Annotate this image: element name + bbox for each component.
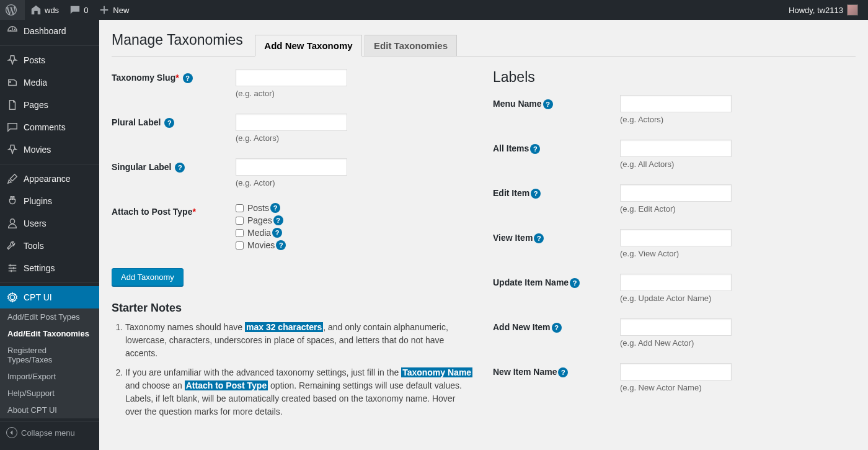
- add-taxonomy-button[interactable]: Add Taxonomy: [112, 268, 184, 286]
- hint-text: (e.g. Actors): [620, 115, 856, 124]
- plus-icon: [98, 4, 110, 16]
- sidebar-item-label: Pages: [24, 100, 48, 110]
- taxonomy-slug-input[interactable]: [236, 69, 347, 86]
- tab-edit-taxonomies[interactable]: Edit Taxonomies: [365, 35, 457, 56]
- checkbox-row: Media ?: [236, 228, 474, 238]
- all-items-input[interactable]: [620, 140, 732, 157]
- collapse-menu-button[interactable]: Collapse menu: [0, 421, 99, 443]
- menu-name-input[interactable]: [620, 95, 732, 112]
- sliders-icon: [6, 262, 19, 274]
- new-content-menu[interactable]: New: [93, 0, 134, 20]
- hint-text: (e.g. New Actor Name): [620, 383, 856, 392]
- sidebar-item-settings[interactable]: Settings: [0, 257, 99, 279]
- heading-row: Manage Taxonomies Add New TaxonomyEdit T…: [112, 26, 856, 56]
- submenu-item[interactable]: Add/Edit Taxonomies: [0, 325, 99, 342]
- label-text: Attach to Post Type: [112, 207, 192, 217]
- submenu-item[interactable]: Import/Export: [0, 368, 99, 385]
- help-icon[interactable]: ?: [570, 278, 580, 288]
- field-add-new-item: Add New Item?(e.g. Add New Actor): [493, 318, 856, 348]
- label-text: View Item: [493, 233, 533, 243]
- sidebar-item-cpt-ui[interactable]: CPT UI: [0, 286, 99, 308]
- label-text: Plural Label: [112, 117, 161, 127]
- help-icon[interactable]: ?: [270, 203, 280, 213]
- pin-icon: [6, 54, 19, 66]
- sidebar-item-media[interactable]: Media: [0, 71, 99, 94]
- help-icon[interactable]: ?: [543, 99, 553, 109]
- sidebar-item-movies[interactable]: Movies: [0, 138, 99, 161]
- label-text: Edit Item: [493, 188, 529, 198]
- field-attach-post-type: Attach to Post Type* Posts ? Pages ? Med…: [112, 203, 474, 253]
- starter-notes-heading: Starter Notes: [112, 302, 474, 315]
- my-account-menu[interactable]: Howdy, tw2113: [784, 0, 863, 20]
- attach-checkbox-movies[interactable]: [236, 241, 244, 250]
- comments-menu[interactable]: 0: [64, 0, 93, 20]
- gear-icon: [6, 291, 19, 304]
- hint-text: (e.g. All Actors): [620, 160, 856, 169]
- sidebar-item-label: CPT UI: [24, 292, 52, 302]
- user-icon: [6, 217, 19, 230]
- sidebar-item-label: Appearance: [24, 174, 71, 184]
- edit-item-input[interactable]: [620, 184, 732, 202]
- help-icon[interactable]: ?: [276, 240, 286, 250]
- submenu-item[interactable]: Registered Types/Taxes: [0, 342, 99, 368]
- list-item: If you are unfamiliar with the advanced …: [125, 366, 474, 418]
- sidebar-item-users[interactable]: Users: [0, 212, 99, 235]
- admin-sidebar: DashboardPostsMediaPagesCommentsMoviesAp…: [0, 20, 99, 449]
- help-icon[interactable]: ?: [175, 163, 185, 173]
- help-icon[interactable]: ?: [531, 189, 541, 199]
- checkbox-label: Media: [247, 228, 271, 238]
- submenu-item[interactable]: Help/Support: [0, 385, 99, 402]
- attach-checkbox-media[interactable]: [236, 229, 244, 237]
- admin-bar-right: Howdy, tw2113: [784, 0, 863, 20]
- help-icon[interactable]: ?: [183, 73, 193, 83]
- new-content-label: New: [113, 6, 129, 15]
- hint-text: (e.g. Edit Actor): [620, 204, 856, 214]
- avatar: [847, 4, 858, 16]
- sidebar-item-dashboard[interactable]: Dashboard: [0, 20, 99, 42]
- hint-text: (e.g. Actor): [236, 178, 474, 187]
- add-new-item-input[interactable]: [620, 318, 732, 336]
- help-icon[interactable]: ?: [272, 228, 282, 238]
- attach-checkbox-pages[interactable]: [236, 217, 244, 225]
- help-icon[interactable]: ?: [530, 144, 540, 154]
- sidebar-item-tools[interactable]: Tools: [0, 235, 99, 257]
- sidebar-item-plugins[interactable]: Plugins: [0, 190, 99, 212]
- field-new-item-name: New Item Name?(e.g. New Actor Name): [493, 363, 856, 392]
- collapse-menu-label: Collapse menu: [21, 428, 75, 438]
- help-icon[interactable]: ?: [534, 233, 544, 243]
- label-text: New Item Name: [493, 367, 557, 377]
- plural-label-input[interactable]: [236, 114, 347, 131]
- sidebar-item-label: Tools: [24, 241, 44, 251]
- tab-add-new-taxonomy[interactable]: Add New Taxonomy: [255, 35, 361, 56]
- help-icon[interactable]: ?: [552, 323, 562, 333]
- help-icon[interactable]: ?: [273, 215, 283, 225]
- submenu-item[interactable]: About CPT UI: [0, 402, 99, 418]
- label-text: Singular Label: [112, 162, 171, 172]
- attach-checkbox-posts[interactable]: [236, 204, 244, 212]
- pin-icon: [6, 143, 19, 156]
- update-item-name-input[interactable]: [620, 274, 732, 291]
- help-icon[interactable]: ?: [558, 367, 568, 377]
- starter-notes-list: Taxonomy names should have max 32 charac…: [112, 321, 474, 418]
- submenu-item[interactable]: Add/Edit Post Types: [0, 308, 99, 325]
- view-item-input[interactable]: [620, 229, 732, 246]
- greeting-text: Howdy, tw2113: [789, 6, 843, 15]
- checkbox-row: Movies ?: [236, 240, 474, 250]
- singular-label-input[interactable]: [236, 158, 347, 176]
- field-all-items: All Items?(e.g. All Actors): [493, 140, 856, 169]
- sidebar-item-label: Plugins: [24, 196, 52, 206]
- highlight: max 32 characters: [245, 322, 323, 332]
- help-icon[interactable]: ?: [164, 118, 174, 128]
- brush-icon: [6, 173, 19, 185]
- sidebar-item-pages[interactable]: Pages: [0, 94, 99, 116]
- site-name-menu[interactable]: wds: [25, 0, 64, 20]
- required-mark: *: [192, 207, 195, 217]
- admin-bar: wds 0 New Howdy, tw2113: [0, 0, 868, 20]
- new-item-name-input[interactable]: [620, 363, 732, 380]
- sidebar-item-appearance[interactable]: Appearance: [0, 168, 99, 190]
- sidebar-item-label: Comments: [24, 122, 66, 132]
- sidebar-item-comments[interactable]: Comments: [0, 116, 99, 138]
- highlight: Taxonomy Name: [401, 367, 472, 377]
- wp-logo-menu[interactable]: [0, 0, 25, 20]
- sidebar-item-posts[interactable]: Posts: [0, 49, 99, 71]
